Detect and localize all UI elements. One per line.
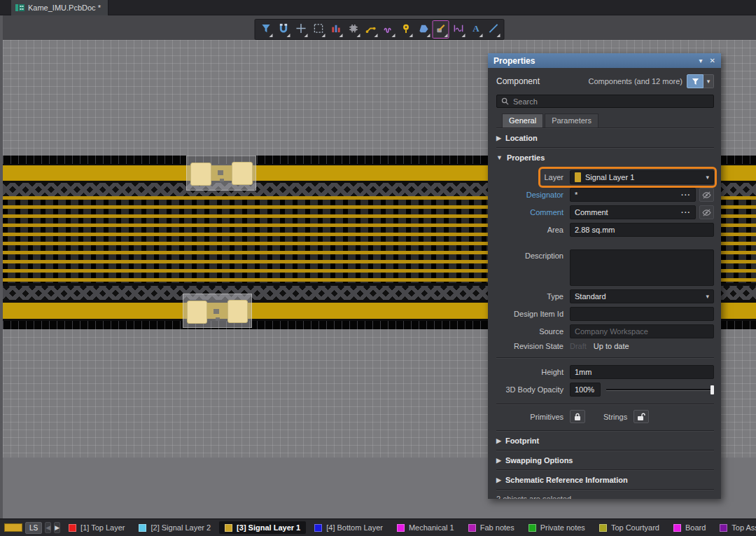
component-silkscreen-mark (214, 309, 219, 314)
layer-color-swatch (673, 524, 681, 532)
tab-parameters[interactable]: Parameters (545, 114, 598, 128)
select-area-icon (313, 23, 323, 36)
layer-tab-Board[interactable]: Board (668, 521, 711, 534)
comment-ellipsis-button[interactable]: ··· (681, 208, 691, 217)
text-tool-button[interactable]: A (468, 20, 484, 39)
designator-ellipsis-button[interactable]: ··· (681, 191, 691, 199)
area-field[interactable]: 2.88 sq.mm (570, 223, 714, 237)
selected-component-1[interactable] (186, 156, 256, 191)
layer-tab-[1] Top Layer[interactable]: [1] Top Layer (63, 521, 130, 534)
type-dropdown[interactable]: Standard ▾ (570, 289, 714, 303)
layer-tab-Private notes[interactable]: Private notes (523, 521, 591, 534)
revision-state-label: Revision State (496, 342, 564, 350)
chevron-right-icon: ▶ (496, 476, 501, 483)
opacity-value-field[interactable]: 100% (570, 383, 601, 397)
section-swapping-options[interactable]: ▶ Swapping Options (496, 451, 714, 469)
slider-track (606, 389, 714, 390)
scroll-layers-right-button[interactable]: ▶ (54, 522, 60, 533)
board-layers-tool-button[interactable] (328, 20, 344, 39)
layer-color-swatch (575, 172, 581, 182)
layer-tab-label: Top Courtyard (611, 523, 659, 532)
layer-color-swatch (397, 524, 405, 532)
layer-tab-label: [3] Signal Layer 1 (237, 523, 300, 532)
select-area-tool-button[interactable] (310, 20, 327, 39)
scroll-layers-left-button[interactable]: ◀ (45, 522, 51, 533)
designator-label[interactable]: Designator (496, 191, 564, 199)
crosshair-tool-button[interactable] (293, 20, 309, 39)
layer-tab-Fab notes[interactable]: Fab notes (463, 521, 520, 534)
layer-color-swatch (139, 524, 146, 532)
comment-label[interactable]: Comment (496, 208, 564, 217)
selection-filter-dropdown[interactable]: ▾ (704, 74, 714, 88)
section-schematic-reference[interactable]: ▶ Schematic Reference Information (496, 470, 714, 489)
layer-value: Signal Layer 1 (585, 173, 634, 181)
comment-field[interactable]: Comment ··· (570, 205, 696, 219)
section-properties[interactable]: ▼ Properties (496, 148, 714, 167)
polygon-tool-button[interactable] (415, 20, 432, 39)
via-tool-button[interactable] (398, 20, 414, 39)
layer-label: Layer (496, 173, 564, 181)
route-tool-button[interactable] (363, 20, 379, 39)
component-pad (227, 300, 248, 323)
layer-tab-label: [4] Bottom Layer (326, 523, 383, 532)
designator-visibility-toggle[interactable] (699, 188, 714, 202)
component-pad (232, 162, 253, 185)
snap-tool-button[interactable] (275, 20, 292, 39)
filter-scope-label: Components (and 12 more) (588, 77, 687, 85)
via-icon (400, 23, 411, 36)
differential-pair-tool-button[interactable] (380, 20, 397, 39)
line-tool-button[interactable] (485, 20, 502, 39)
layer-tab-[2] Signal Layer 2[interactable]: [2] Signal Layer 2 (133, 521, 216, 534)
section-location[interactable]: ▶ Location (496, 128, 714, 147)
panel-close-icon[interactable]: ✕ (710, 57, 715, 64)
layer-row: Layer Signal Layer 1 ▾ (496, 170, 714, 184)
dropdown-caret-icon: ▾ (706, 174, 709, 181)
filter-tool-button[interactable] (258, 20, 274, 39)
layer-tab-label: Fab notes (480, 523, 514, 532)
selection-filter-split-button: ▾ (687, 74, 714, 88)
section-footprint[interactable]: ▶ Footprint (496, 431, 714, 450)
description-field[interactable] (570, 249, 714, 286)
design-item-id-field[interactable] (570, 307, 714, 321)
properties-panel: Properties ▾ ✕ Component Components (and… (488, 53, 721, 499)
active-bar-toolbar: A (255, 19, 505, 40)
layer-tab-[4] Bottom Layer[interactable]: [4] Bottom Layer (309, 521, 388, 534)
primitives-label: Primitives (496, 413, 564, 421)
source-field[interactable]: Company Workspace (570, 324, 714, 338)
search-input[interactable]: Search (496, 95, 714, 108)
svg-text:A: A (472, 23, 479, 34)
layer-dropdown[interactable]: Signal Layer 1 ▾ (570, 170, 714, 184)
component-pad (187, 301, 207, 324)
layer-sets-button[interactable]: LS (25, 522, 42, 534)
description-row: Description (496, 249, 714, 286)
layer-tab-Mechanical 1[interactable]: Mechanical 1 (391, 521, 460, 534)
polygon-icon (418, 23, 428, 36)
component-tool-button[interactable] (345, 20, 362, 39)
layer-tab-bar: LS ◀ ▶ [1] Top Layer[2] Signal Layer 2[3… (0, 518, 756, 536)
designator-field[interactable]: * ··· (570, 188, 696, 202)
layer-color-swatch (69, 524, 76, 532)
selection-filter-button[interactable] (687, 74, 704, 88)
object-type-label: Component (496, 76, 540, 86)
layer-tab-label: [2] Signal Layer 2 (150, 523, 211, 532)
properties-panel-header[interactable]: Properties ▾ ✕ (488, 53, 721, 68)
primitives-lock-toggle[interactable] (570, 410, 585, 423)
tab-general[interactable]: General (502, 114, 543, 128)
measure-tool-button[interactable] (450, 20, 467, 39)
opacity-slider[interactable] (606, 385, 714, 394)
layer-tab-Top Courtyard[interactable]: Top Courtyard (594, 521, 665, 534)
strings-lock-toggle[interactable] (634, 410, 649, 423)
design-item-id-label: Design Item Id (496, 310, 564, 318)
panel-menu-icon[interactable]: ▾ (699, 57, 703, 64)
slider-thumb[interactable] (710, 385, 714, 394)
design-item-id-row: Design Item Id (496, 307, 714, 321)
selected-component-2[interactable] (183, 294, 252, 328)
revision-state-dim: Draft (570, 342, 587, 350)
trace-tool-button[interactable] (433, 20, 449, 39)
layer-tab-Top Assembly[interactable]: Top Assembly (714, 521, 756, 534)
comment-visibility-toggle[interactable] (699, 205, 714, 219)
route-icon (365, 23, 376, 36)
height-field[interactable]: 1mm (570, 365, 714, 379)
document-tab[interactable]: Kame_IMU.PcbDoc * (11, 0, 108, 15)
layer-tab-[3] Signal Layer 1[interactable]: [3] Signal Layer 1 (219, 521, 306, 534)
